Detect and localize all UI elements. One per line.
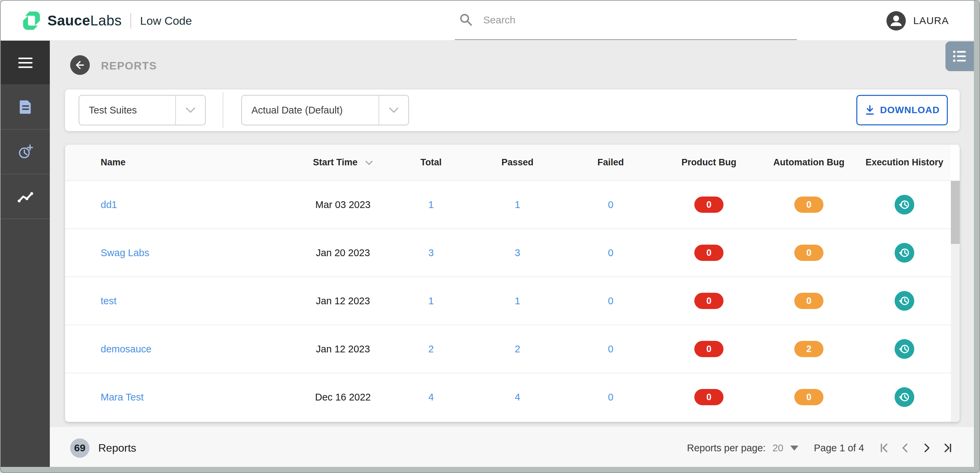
- table-row: Mara Test Dec 16 2022 4 4 0 0 0: [65, 373, 951, 421]
- automation-bug-badge: 2: [794, 341, 823, 357]
- per-page-value[interactable]: 20: [772, 443, 783, 454]
- failed-link[interactable]: 0: [563, 295, 658, 307]
- back-button[interactable]: [70, 55, 90, 75]
- failed-link[interactable]: 0: [563, 392, 658, 403]
- total-link[interactable]: 1: [390, 295, 472, 307]
- download-button-label: DOWNLOAD: [880, 105, 940, 116]
- brand-divider: [130, 13, 131, 29]
- column-header-automation-bug: Automation Bug: [760, 157, 858, 168]
- sidebar-item-reports[interactable]: [1, 85, 50, 130]
- report-name-link[interactable]: Swag Labs: [65, 247, 296, 258]
- first-page-button[interactable]: [876, 439, 893, 457]
- test-suites-dropdown[interactable]: Test Suites: [79, 95, 206, 125]
- execution-history-button[interactable]: [895, 339, 914, 359]
- dropdown-arrow-zone: [175, 96, 205, 125]
- sort-chevron-down-icon[interactable]: [365, 160, 373, 166]
- brand: SauceLabs Low Code: [22, 1, 192, 41]
- report-name-link[interactable]: demosauce: [65, 344, 296, 355]
- table-row: dd1 Mar 03 2023 1 1 0 0 0: [65, 180, 951, 228]
- chevron-down-icon: [185, 107, 196, 113]
- pagination-controls: Reports per page: 20 Page 1 of 4: [687, 439, 956, 457]
- execution-history-button[interactable]: [895, 195, 914, 215]
- search-bar[interactable]: [455, 1, 797, 40]
- search-icon: [459, 13, 474, 27]
- download-button[interactable]: DOWNLOAD: [856, 95, 948, 125]
- filter-divider: [223, 92, 223, 128]
- column-header-failed: Failed: [563, 157, 658, 168]
- sidebar-item-menu[interactable]: [1, 41, 50, 85]
- per-page-label: Reports per page:: [687, 443, 765, 454]
- sidebar: [1, 41, 50, 472]
- bulleted-list-icon: [953, 50, 967, 63]
- clock-history-icon: [898, 342, 911, 356]
- failed-link[interactable]: 0: [563, 247, 658, 258]
- total-link[interactable]: 3: [390, 247, 472, 258]
- automation-bug-badge: 0: [794, 245, 823, 261]
- report-name-link[interactable]: Mara Test: [65, 392, 296, 403]
- execution-history-button[interactable]: [895, 387, 914, 407]
- table-row: Swag Labs Jan 20 2023 3 3 0 0 0: [65, 228, 951, 277]
- download-icon: [864, 105, 875, 116]
- date-type-dropdown-value: Actual Date (Default): [242, 105, 379, 116]
- dropdown-arrow-zone: [379, 96, 408, 125]
- column-header-passed: Passed: [472, 157, 563, 168]
- report-name-link[interactable]: dd1: [65, 199, 296, 210]
- page-horizontal-scrollbar[interactable]: [1, 467, 979, 472]
- chevron-down-icon: [389, 107, 399, 113]
- automation-bug-badge: 0: [794, 196, 823, 213]
- failed-link[interactable]: 0: [563, 344, 658, 355]
- pager: [876, 439, 956, 457]
- arrow-left-icon: [75, 60, 85, 70]
- pagination-bar: 69 Reports Reports per page: 20 Page 1 o…: [50, 427, 975, 469]
- search-input[interactable]: [483, 14, 771, 26]
- page-title: REPORTS: [101, 60, 157, 72]
- passed-link[interactable]: 1: [472, 199, 563, 210]
- page-status: Page 1 of 4: [814, 443, 864, 454]
- app-window: SauceLabs Low Code LAURA: [0, 0, 980, 473]
- passed-link[interactable]: 3: [472, 247, 563, 258]
- table-body: dd1 Mar 03 2023 1 1 0 0 0: [65, 180, 951, 421]
- table-scrollbar-thumb[interactable]: [951, 181, 960, 244]
- sidebar-item-schedules[interactable]: [1, 130, 50, 175]
- passed-link[interactable]: 4: [472, 392, 563, 403]
- report-count-label: Reports: [98, 442, 136, 454]
- column-header-name: Name: [65, 157, 296, 168]
- next-page-button[interactable]: [918, 439, 935, 457]
- brand-name: SauceLabs: [48, 13, 122, 29]
- report-count-badge: 69: [70, 438, 89, 458]
- passed-link[interactable]: 2: [472, 344, 563, 355]
- execution-history-button[interactable]: [895, 243, 914, 263]
- table-scrollbar-track[interactable]: [951, 180, 960, 422]
- table-row: test Jan 12 2023 1 1 0 0 0: [65, 277, 951, 325]
- report-document-icon: [18, 99, 33, 115]
- total-link[interactable]: 1: [390, 199, 472, 210]
- start-time-cell: Jan 20 2023: [296, 247, 390, 258]
- saucelabs-logo-icon: [22, 11, 41, 30]
- analytics-trend-icon: [17, 189, 34, 204]
- last-page-button[interactable]: [939, 439, 956, 457]
- date-type-dropdown[interactable]: Actual Date (Default): [241, 95, 409, 125]
- start-time-cell: Jan 12 2023: [296, 344, 390, 355]
- start-time-cell: Mar 03 2023: [296, 199, 390, 210]
- total-link[interactable]: 2: [390, 344, 472, 355]
- report-name-link[interactable]: test: [65, 295, 296, 307]
- reports-table: Name Start Time Total Passed Failed Prod…: [65, 145, 960, 422]
- execution-history-button[interactable]: [895, 291, 914, 311]
- avatar: [886, 11, 906, 30]
- page-vertical-scrollbar[interactable]: [974, 1, 979, 472]
- column-header-start-time[interactable]: Start Time: [296, 157, 390, 168]
- product-bug-badge: 0: [694, 196, 724, 213]
- previous-page-button[interactable]: [897, 439, 914, 457]
- per-page-dropdown-caret-icon[interactable]: [790, 446, 799, 451]
- hamburger-menu-icon: [18, 57, 33, 68]
- automation-bug-badge: 0: [794, 293, 823, 309]
- filter-bar: Test Suites Actual Date (Default) DO: [65, 89, 960, 131]
- user-menu[interactable]: LAURA: [886, 1, 949, 41]
- view-toggle-button[interactable]: [945, 41, 974, 71]
- sidebar-item-analytics-active[interactable]: [1, 175, 50, 219]
- product-bug-badge: 0: [694, 341, 724, 357]
- total-link[interactable]: 4: [390, 392, 472, 403]
- failed-link[interactable]: 0: [563, 199, 658, 210]
- column-header-execution-history: Execution History: [858, 157, 951, 168]
- passed-link[interactable]: 1: [472, 295, 563, 307]
